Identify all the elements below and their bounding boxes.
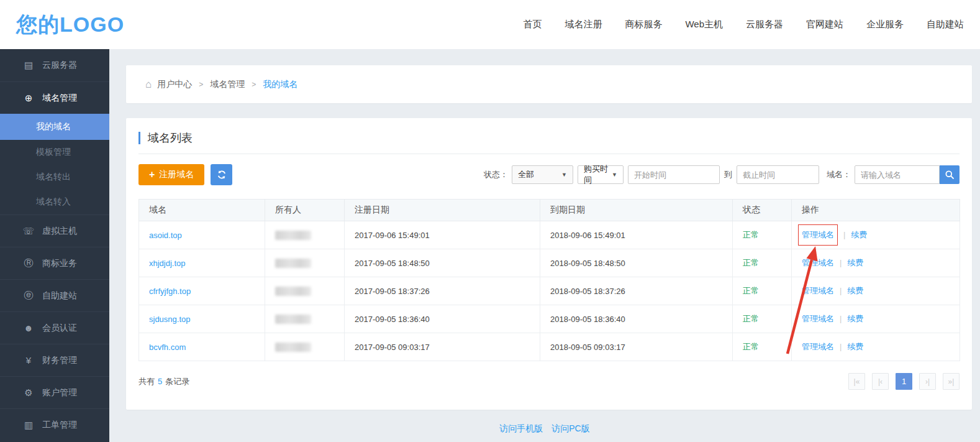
sidebar-item-domain-manage[interactable]: ⊕域名管理 (0, 81, 109, 114)
filter-bar: 状态： 全部 ▼ 购买时间 ▼ 到 域名： (484, 165, 960, 184)
plus-icon: + (149, 169, 155, 180)
breadcrumb-item[interactable]: 用户中心 (157, 79, 192, 90)
sidebar-item-cloud-server[interactable]: ▤云服务器 (0, 49, 109, 81)
end-date-input[interactable] (737, 165, 819, 184)
nav-item[interactable]: 自助建站 (927, 19, 964, 30)
sidebar-item-template-manage[interactable]: 模板管理 (0, 140, 109, 165)
status-select[interactable]: 全部 ▼ (512, 165, 573, 184)
domain-filter-label: 域名： (827, 169, 851, 180)
nav-item[interactable]: Web主机 (685, 19, 723, 30)
nav-item[interactable]: 官网建站 (806, 19, 843, 30)
sidebar-item-label: 域名转入 (36, 196, 71, 208)
status-filter-label: 状态： (484, 169, 508, 180)
domain-cell: xhjdjdj.top (139, 249, 265, 277)
panel-footer: 共有5条记录 |«|‹1›|»| (138, 373, 960, 390)
top-nav: 首页域名注册商标服务Web主机云服务器官网建站企业服务自助建站 (523, 19, 964, 30)
domain-link[interactable]: sjdusng.top (149, 315, 191, 324)
nav-item[interactable]: 商标服务 (625, 19, 662, 30)
page-button-first[interactable]: |« (848, 373, 865, 390)
status-cell: 正常 (733, 333, 792, 361)
sidebar-item-member-auth[interactable]: ☻会员认证 (0, 311, 109, 344)
start-date-input[interactable] (628, 165, 720, 184)
nav-item[interactable]: 域名注册 (565, 19, 602, 30)
domain-link[interactable]: asoid.top (149, 231, 182, 240)
toolbar: + 注册域名 状态： 全部 ▼ 购买时间 ▼ 到 域名： (138, 164, 960, 185)
to-label: 到 (724, 169, 732, 180)
sidebar-item-label: 商标业务 (42, 258, 77, 269)
sidebar-item-label: 域名转出 (36, 172, 71, 183)
manage-domain-link[interactable]: 管理域名 (802, 286, 834, 295)
status-badge: 正常 (743, 230, 759, 239)
renew-link[interactable]: 续费 (847, 342, 863, 351)
ticket-icon: ▥ (22, 420, 35, 431)
logo[interactable]: 您的LOGO (16, 11, 124, 39)
search-button[interactable] (940, 165, 960, 184)
sidebar-item-account[interactable]: ⚙账户管理 (0, 376, 109, 408)
nav-item[interactable]: 企业服务 (866, 19, 904, 30)
phone-host-icon: ☏ (22, 226, 35, 237)
cloud-server-icon: ▤ (22, 60, 35, 71)
status-cell: 正常 (733, 249, 792, 277)
status-select-value: 全部 (518, 169, 534, 180)
sidebar-item-label: 会员认证 (42, 323, 77, 334)
home-icon[interactable]: ⌂ (145, 78, 152, 91)
nav-item[interactable]: 云服务器 (746, 19, 783, 30)
page-button-next[interactable]: ›| (919, 373, 936, 390)
page-button-prev[interactable]: |‹ (872, 373, 889, 390)
sidebar-item-label: 域名管理 (42, 93, 77, 104)
refresh-button[interactable] (211, 164, 232, 185)
nav-item[interactable]: 首页 (523, 19, 542, 30)
registered-date-cell: 2017-09-05 18:37:26 (345, 277, 540, 305)
domain-link[interactable]: bcvfh.com (149, 343, 186, 352)
domain-search-input[interactable] (855, 165, 940, 184)
manage-domain-link[interactable]: 管理域名 (802, 230, 834, 239)
globe-icon: ⊕ (22, 93, 35, 104)
time-type-select[interactable]: 购买时间 ▼ (578, 165, 624, 184)
action-separator: | (840, 286, 842, 295)
sidebar-item-work-order[interactable]: ▥工单管理 (0, 408, 109, 441)
manage-domain-link[interactable]: 管理域名 (802, 342, 834, 351)
owner-blurred-value (275, 259, 311, 268)
footer-link[interactable]: 访问PC版 (551, 423, 589, 433)
renew-link[interactable]: 续费 (847, 258, 863, 267)
manage-domain-link[interactable]: 管理域名 (802, 258, 834, 267)
sidebar-item-domain-out[interactable]: 域名转出 (0, 165, 109, 190)
owner-blurred-value (275, 315, 311, 324)
chevron-down-icon: ▼ (558, 172, 567, 178)
manage-domain-link[interactable]: 管理域名 (802, 314, 834, 323)
breadcrumb-item[interactable]: 我的域名 (263, 79, 297, 90)
column-header: 操作 (792, 200, 960, 221)
expiry-date-cell: 2018-09-06 15:49:01 (540, 221, 733, 249)
renew-link[interactable]: 续费 (847, 314, 863, 323)
sidebar-item-my-domains[interactable]: 我的域名 (0, 114, 109, 140)
table-header-row: 域名所有人注册日期到期日期状态操作 (139, 200, 960, 221)
page-button-last[interactable]: »| (943, 373, 960, 390)
sidebar-item-finance[interactable]: ¥财务管理 (0, 344, 109, 376)
sidebar-item-label: 模板管理 (36, 147, 71, 158)
owner-blurred-value (275, 287, 311, 296)
top-header: 您的LOGO 首页域名注册商标服务Web主机云服务器官网建站企业服务自助建站 (0, 0, 980, 49)
pagination: |«|‹1›|»| (848, 373, 960, 390)
register-domain-button[interactable]: + 注册域名 (138, 164, 204, 185)
yen-icon: ¥ (22, 355, 35, 366)
domain-link[interactable]: xhjdjdj.top (149, 259, 186, 268)
search-icon (945, 170, 955, 180)
domain-link[interactable]: cfrfyjfgh.top (149, 287, 191, 296)
divider (138, 154, 960, 154)
page-title: 域名列表 (138, 132, 960, 144)
sidebar-item-domain-in[interactable]: 域名转入 (0, 190, 109, 214)
footer-link[interactable]: 访问手机版 (499, 423, 543, 433)
sidebar-item-site-builder[interactable]: ⓔ自助建站 (0, 279, 109, 311)
sidebar-item-virtual-host[interactable]: ☏虚拟主机 (0, 214, 109, 247)
breadcrumb-item[interactable]: 域名管理 (210, 79, 245, 90)
page-button-page[interactable]: 1 (896, 373, 912, 390)
renew-link[interactable]: 续费 (847, 286, 863, 295)
owner-cell (265, 277, 345, 305)
table-row: asoid.top2017-09-06 15:49:012018-09-06 1… (139, 221, 960, 249)
sidebar-item-trademark[interactable]: Ⓡ商标业务 (0, 247, 109, 279)
domain-cell: sjdusng.top (139, 305, 265, 333)
owner-cell (265, 305, 345, 333)
column-header: 状态 (733, 200, 792, 221)
sidebar-item-label: 虚拟主机 (42, 226, 77, 237)
renew-link[interactable]: 续费 (851, 230, 867, 239)
